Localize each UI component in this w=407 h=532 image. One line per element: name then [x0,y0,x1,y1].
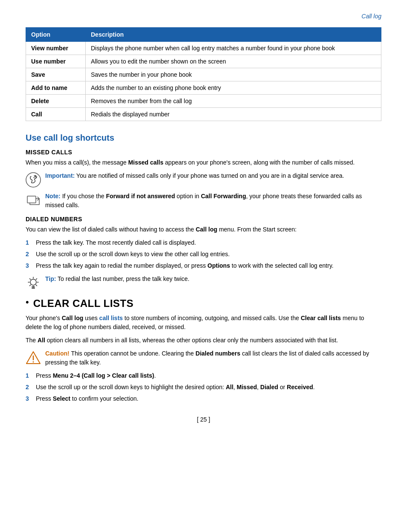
table-cell-option: Save [26,68,86,81]
tip-icon [26,275,41,291]
table-row: DeleteRemoves the number from the call l… [26,95,381,108]
table-cell-option: Delete [26,95,86,108]
table-cell-description: Saves the number in your phone book [86,68,381,81]
dialed-numbers-body: You can view the list of dialed calls wi… [26,225,381,234]
table-cell-description: Adds the number to an existing phone boo… [86,81,381,95]
important-icon [26,172,41,188]
table-cell-option: Use number [26,55,86,68]
table-cell-option: Call [26,108,86,121]
page-header-title: Call log [26,13,381,20]
table-cell-description: Removes the number from the call log [86,95,381,108]
note-box: Note: If you chose the Forward if not an… [26,192,381,210]
svg-rect-2 [27,196,36,203]
section2-bullet: • [26,297,29,308]
important-note-text: Important: You are notified of missed ca… [45,171,381,180]
svg-line-9 [36,285,37,286]
important-note: Important: You are notified of missed ca… [26,171,381,188]
svg-line-8 [30,279,31,280]
list-item: 2Use the scroll up or the scroll down ke… [26,383,381,392]
dialed-numbers-steps: 1Press the talk key. The most recently d… [26,238,381,270]
caution-box: Caution! This operation cannot be undone… [26,349,381,367]
table-cell-description: Redials the displayed number [86,108,381,121]
svg-line-10 [36,279,37,280]
missed-calls-body: When you miss a call(s), the message Mis… [26,158,381,167]
tip-text: Tip: To redial the last number, press th… [45,275,381,283]
section2-title: CLEAR CALL LISTS [33,298,134,309]
page-number: [ 25 ] [26,416,381,423]
note-icon [26,193,41,208]
table-row: CallRedials the displayed number [26,108,381,121]
table-cell-description: Displays the phone number when call log … [86,42,381,55]
table-header-option: Option [26,28,86,42]
svg-point-3 [30,279,36,285]
table-cell-description: Allows you to edit the number shown on t… [86,55,381,68]
tip-box: Tip: To redial the last number, press th… [26,275,381,291]
table-row: Add to nameAdds the number to an existin… [26,81,381,95]
svg-point-0 [26,173,41,187]
list-item: 2Use the scroll up or the scroll down ke… [26,250,381,259]
section2-header: • CLEAR CALL LISTS [26,298,381,309]
caution-icon [26,350,41,365]
missed-calls-heading: MISSED CALLS [26,149,381,156]
list-item: 1Press Menu 2–4 (Call log > Clear call l… [26,371,381,380]
svg-line-11 [30,285,31,286]
list-item: 3Press Select to confirm your selection. [26,394,381,403]
list-item: 1Press the talk key. The most recently d… [26,238,381,247]
section1-title: Use call log shortcuts [26,133,381,143]
options-table: Option Description View numberDisplays t… [26,27,381,121]
table-row: SaveSaves the number in your phone book [26,68,381,81]
section2-steps: 1Press Menu 2–4 (Call log > Clear call l… [26,371,381,403]
list-item: 3Press the talk key again to redial the … [26,261,381,270]
table-header-description: Description [86,28,381,42]
table-cell-option: View number [26,42,86,55]
dialed-numbers-heading: DIALED NUMBERS [26,216,381,223]
section2-body2: The All option clears all numbers in all… [26,336,381,345]
table-cell-option: Add to name [26,81,86,95]
table-row: Use numberAllows you to edit the number … [26,55,381,68]
table-row: View numberDisplays the phone number whe… [26,42,381,55]
note-box-text: Note: If you chose the Forward if not an… [45,192,381,210]
section2-body1: Your phone's Call log uses call lists to… [26,314,381,332]
svg-point-16 [33,361,34,363]
caution-text: Caution! This operation cannot be undone… [45,349,381,367]
